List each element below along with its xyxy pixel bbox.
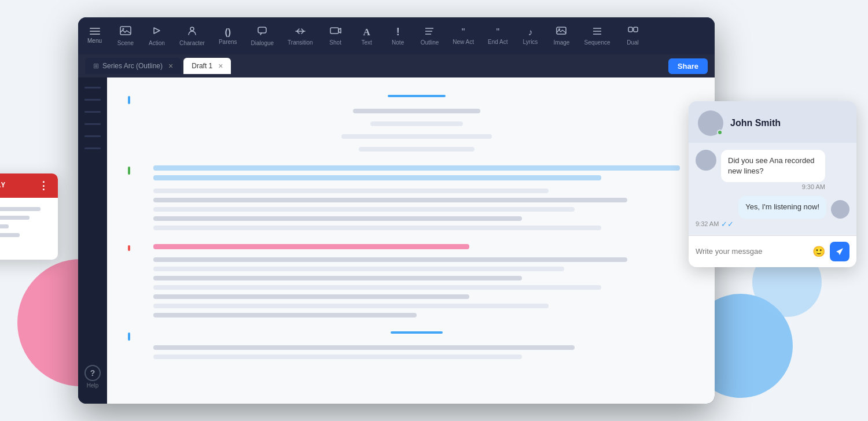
script-line-highlight — [153, 175, 601, 180]
toolbar-parens[interactable]: () Parens — [213, 25, 243, 47]
svg-point-1 — [123, 28, 124, 30]
checkmark-icon: ✓✓ — [721, 220, 734, 228]
chat-my-avatar — [831, 200, 849, 219]
script-line — [353, 109, 480, 113]
series-arc-tab-icon: ⊞ — [93, 62, 99, 70]
toolbar-new-act[interactable]: " New Act — [447, 25, 480, 47]
toolbar-dual[interactable]: Dual — [619, 24, 648, 48]
dual-label: Dual — [627, 39, 639, 46]
dialogue-label: Dialogue — [251, 40, 274, 46]
script-editor[interactable] — [107, 77, 715, 404]
script-line — [153, 257, 627, 262]
chat-input-area: 🙂 — [689, 235, 856, 267]
script-line — [341, 134, 492, 139]
series-arc-tab-close[interactable]: × — [168, 61, 173, 71]
parens-label: Parens — [219, 39, 237, 45]
chat-bubble-received: Did you see Ana recorded new lines? — [721, 150, 825, 182]
chat-messages: Did you see Ana recorded new lines? 9:30… — [689, 143, 856, 235]
menu-label: Menu — [87, 38, 102, 44]
sequence-icon — [592, 26, 602, 38]
menu-button[interactable]: Menu — [87, 28, 102, 44]
chat-message-received: Did you see Ana recorded new lines? 9:30… — [696, 150, 849, 190]
app-window: Menu Scene Action Character () Parens — [78, 17, 715, 404]
script-block-3 — [142, 244, 680, 317]
text-icon: A — [363, 27, 370, 38]
script-line — [153, 345, 575, 350]
toolbar-text[interactable]: A Text — [352, 24, 381, 48]
chat-message-text-2: Yes, I'm listening now! — [745, 202, 819, 211]
svg-rect-13 — [628, 27, 632, 32]
sidebar-item-2 — [84, 99, 101, 101]
scene-card-options[interactable]: ⋮ — [38, 179, 50, 192]
script-block-1 — [142, 95, 680, 152]
online-indicator — [717, 130, 723, 135]
transition-icon — [295, 26, 306, 38]
action-label: Action — [149, 40, 165, 46]
shot-label: Shot — [329, 39, 341, 46]
scene-icon — [120, 25, 131, 39]
dialogue-icon — [257, 25, 267, 39]
end-act-label: End Act — [488, 39, 507, 45]
help-button[interactable]: ? Help — [84, 365, 101, 394]
shot-icon — [330, 26, 341, 38]
note-icon: ! — [396, 26, 400, 38]
emoji-button[interactable]: 🙂 — [812, 245, 825, 258]
toolbar-transition[interactable]: Transition — [282, 24, 319, 48]
lyrics-label: Lyrics — [523, 39, 538, 45]
image-icon — [556, 26, 567, 38]
help-label: Help — [87, 382, 99, 389]
script-line — [370, 121, 463, 126]
toolbar-outline[interactable]: Outline — [415, 24, 445, 48]
transition-label: Transition — [288, 39, 313, 46]
sidebar-item-5 — [84, 135, 101, 137]
new-act-icon: " — [462, 27, 465, 38]
lyrics-icon: ♪ — [528, 27, 532, 38]
script-block-4 — [142, 331, 680, 359]
toolbar-shot[interactable]: Shot — [321, 24, 350, 48]
chat-time-2: 9:32 AM ✓✓ — [696, 220, 849, 228]
toolbar-note[interactable]: ! Note — [384, 24, 413, 48]
tab-draft1[interactable]: Draft 1 × — [183, 58, 231, 74]
script-line — [153, 198, 627, 202]
script-line — [153, 207, 575, 212]
chat-sender-avatar — [696, 150, 716, 171]
draft1-tab-close[interactable]: × — [218, 61, 223, 71]
svg-rect-4 — [330, 28, 339, 34]
toolbar-image[interactable]: Image — [547, 24, 576, 48]
toolbar-sequence[interactable]: Sequence — [578, 24, 616, 48]
script-line — [153, 189, 549, 193]
script-line — [153, 354, 522, 359]
scene-marker-3 — [128, 245, 130, 251]
toolbar-dialogue[interactable]: Dialogue — [245, 23, 279, 49]
content-area: ? Help — [78, 77, 715, 404]
sidebar-item-4 — [84, 123, 101, 125]
outline-icon — [424, 26, 435, 38]
script-line — [153, 276, 522, 280]
toolbar-scene[interactable]: Scene — [111, 23, 140, 49]
toolbar-character[interactable]: Character — [174, 23, 211, 49]
chat-sent-row: Yes, I'm listening now! — [696, 196, 849, 218]
svg-rect-14 — [634, 27, 638, 32]
tab-series-arc[interactable]: ⊞ Series Arc (Outline) × — [85, 58, 181, 74]
share-button[interactable]: Share — [668, 58, 708, 74]
chat-message-sent: Yes, I'm listening now! 9:32 AM ✓✓ — [696, 196, 849, 228]
script-line — [153, 216, 522, 221]
scene-marker-1 — [128, 96, 130, 104]
script-line — [153, 294, 469, 299]
toolbar-end-act[interactable]: " End Act — [482, 25, 513, 47]
chat-user-avatar — [698, 110, 723, 136]
scene-card-title: EXT. HIGHWAY STOP - DAY — [0, 182, 6, 190]
chat-message-input[interactable] — [696, 247, 808, 256]
parens-icon: () — [225, 27, 231, 38]
toolbar-lyrics[interactable]: ♪ Lyrics — [516, 25, 545, 47]
sidebar-item-3 — [84, 111, 101, 113]
script-title-line — [388, 95, 446, 97]
script-line — [153, 285, 601, 290]
toolbar-action[interactable]: Action — [142, 23, 171, 49]
end-act-icon: " — [496, 27, 499, 38]
send-button[interactable] — [830, 242, 849, 261]
new-act-label: New Act — [453, 39, 474, 45]
chat-user-name: John Smith — [730, 118, 781, 128]
action-icon — [152, 25, 162, 39]
script-line — [359, 147, 475, 152]
